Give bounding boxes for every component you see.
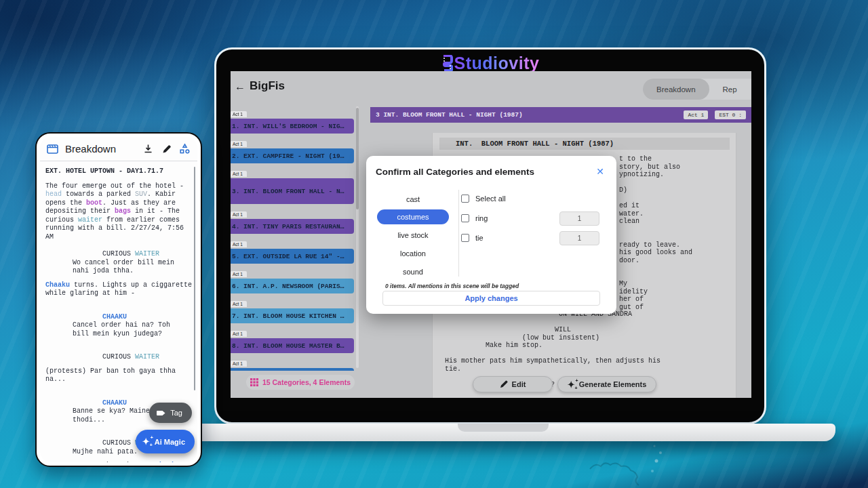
elements-hierarchy-icon[interactable] [179, 143, 191, 155]
categories-summary-label: 15 Categories, 4 Elements [262, 378, 351, 386]
act-badge: Act 1 [231, 331, 247, 337]
script-line: (protests) Par ban toh gaya thha na... [45, 367, 193, 384]
act-badge: Act 1 [231, 171, 247, 177]
scene-strip[interactable]: Act 16. INT. A.P. NEWSROOM (PARIS… [231, 266, 359, 293]
confirm-categories-modal: Confirm all Categories and elements ✕ ca… [366, 156, 616, 314]
script-line: EXT. HOTEL UPTOWN - DAY1.71.7 [45, 167, 193, 176]
scene-strip-label: 8. INT. BLOOM HOUSE MASTER B… [231, 338, 354, 353]
project-title: BigFis [250, 79, 285, 93]
category-costumes[interactable]: costumes [377, 209, 449, 224]
act-badge: Act 1 [231, 361, 247, 367]
category-location[interactable]: location [372, 244, 454, 262]
laptop-mockup: Studiovity ← BigFis BreakdownRep Act 11.… [214, 47, 766, 424]
element-label: tie [475, 234, 484, 242]
generate-elements-button[interactable]: ✦++ Generate Elements [557, 376, 656, 392]
tab-breakdown[interactable]: Breakdown [643, 79, 709, 100]
act-badge: Act 1 [231, 271, 247, 277]
modal-element-list: Select all ring1tie1 [461, 191, 610, 250]
modal-category-list: castcostumeslive stocklocationsound [372, 190, 454, 281]
phone-title: Breakdown [65, 143, 116, 155]
scene-strip[interactable]: Act 19. EXT. BLOOM BACK YARD - NI… [231, 356, 359, 371]
filmstrip-icon [441, 55, 453, 71]
close-icon[interactable]: ✕ [596, 166, 604, 177]
laptop-base [171, 424, 835, 441]
script-line: Cancel order hai na? Toh bill mein kyun … [45, 321, 193, 338]
script-line: CURIOUS WAITER [45, 250, 193, 259]
generate-button-label: Generate Elements [579, 380, 647, 388]
scene-strip[interactable]: Act 11. INT. WILL'S BEDROOM - NIG… [231, 106, 359, 134]
scene-header-bar: 3 INT. BLOOM FRONT HALL - NIGHT (1987) A… [370, 107, 751, 123]
tag-button-label: Tag [170, 409, 182, 417]
edit-button[interactable]: Edit [473, 376, 553, 392]
apply-changes-label: Apply changes [465, 294, 517, 302]
element-checkbox[interactable] [461, 214, 469, 222]
category-live-stock[interactable]: live stock [372, 226, 454, 244]
tab-rep[interactable]: Rep [709, 79, 751, 100]
scene-strip[interactable]: Act 13. INT. BLOOM FRONT HALL - N… [231, 166, 359, 204]
tag-button[interactable]: Tag [149, 403, 192, 423]
element-checkbox[interactable] [461, 234, 469, 242]
tagged-element: bags [115, 207, 131, 215]
scene-strip-label: 9. EXT. BLOOM BACK YARD - NI… [231, 368, 354, 371]
element-qty-input[interactable]: 1 [559, 231, 599, 245]
scene-header-badge: Act 1 [684, 110, 708, 119]
element-row-ring: ring1 [461, 211, 610, 226]
scene-strip[interactable]: Act 18. INT. BLOOM HOUSE MASTER B… [231, 326, 359, 353]
tagged-element: WAITER [135, 250, 159, 258]
act-badge: Act 1 [231, 301, 247, 307]
select-all-label: Select all [475, 195, 506, 203]
scene-strip[interactable]: Act 12. EXT. CAMPFIRE - NIGHT (19… [231, 136, 359, 163]
scene-strip-label: 1. INT. WILL'S BEDROOM - NIG… [231, 119, 354, 134]
scene-slugline: INT. BLOOM FRONT HALL - NIGHT (1987) [439, 138, 730, 150]
view-tabs: BreakdownRep [643, 79, 751, 100]
phone-screen: Breakdown EXT. HOTEL U [40, 137, 197, 462]
element-qty-input[interactable]: 1 [559, 211, 599, 226]
scene-strip-label: 4. INT. TINY PARIS RESTAURAN… [231, 219, 354, 234]
categories-summary-chip[interactable]: 15 Categories, 4 Elements [246, 375, 355, 390]
sparkle-icon: ✦++ [568, 380, 575, 389]
act-badge: Act 1 [231, 141, 247, 147]
ai-magic-label: Ai Magic [155, 438, 185, 446]
scene-strip-label: 3. INT. BLOOM FRONT HALL - N… [231, 178, 354, 204]
scene-strip[interactable]: Act 15. EXT. OUTSIDE LA RUE 14" -… [231, 237, 359, 264]
script-line: Wo cancel order bill mein nahi joda thha… [45, 259, 193, 276]
script-line: Aap manager se baat karo - Chaaku moves … [45, 462, 193, 462]
apply-changes-button[interactable]: Apply changes [382, 291, 600, 306]
select-all-row[interactable]: Select all [461, 191, 610, 206]
logo-text: Studiovity [454, 54, 540, 73]
phone-scrollbar[interactable] [194, 167, 195, 390]
grid-icon [250, 378, 258, 386]
script-line: The four emerge out of the hotel - head … [45, 182, 193, 242]
pencil-icon [500, 380, 508, 388]
scene-list-scrollbar[interactable] [356, 106, 359, 368]
script-line: Chaaku turns. Lights up a ciggarette whi… [45, 281, 193, 298]
script-right-fragments: t to the story, but also ypnotizing. D) … [619, 155, 692, 311]
sparkle-icon: ✦++ [142, 437, 150, 446]
scene-header-title: 3 INT. BLOOM FRONT HALL - NIGHT (1987) [376, 111, 678, 119]
tag-icon [156, 409, 165, 417]
download-icon[interactable] [142, 143, 154, 155]
scene-strip[interactable]: Act 17. INT. BLOOM HOUSE KITCHEN … [231, 296, 359, 323]
ai-magic-button[interactable]: ✦++ Ai Magic [136, 430, 195, 453]
act-badge: Act 1 [231, 241, 247, 247]
back-arrow-icon[interactable]: ← [235, 81, 245, 93]
category-sound[interactable]: sound [372, 262, 454, 281]
script-line: CHAAKU [45, 313, 193, 322]
scene-strip[interactable]: Act 14. INT. TINY PARIS RESTAURAN… [231, 207, 359, 234]
modal-divider [458, 190, 459, 277]
tagged-element: SUV [135, 190, 147, 198]
scene-strip-label: 2. EXT. CAMPFIRE - NIGHT (19… [231, 148, 354, 163]
tagged-element: head [45, 190, 62, 198]
tagged-element: manager [62, 462, 90, 462]
tagged-element: CHAAKU [102, 313, 127, 321]
scene-strip-label: 5. EXT. OUTSIDE LA RUE 14" -… [231, 249, 354, 264]
script-line: CURIOUS WAITER [45, 353, 193, 362]
category-cast[interactable]: cast [372, 190, 454, 208]
laptop-base-notch [458, 424, 549, 432]
scene-list: Act 11. INT. WILL'S BEDROOM - NIG…Act 12… [231, 105, 359, 371]
tagged-element: WAITER [135, 353, 159, 361]
select-all-checkbox[interactable] [461, 195, 469, 203]
edit-pencil-icon[interactable] [161, 143, 172, 155]
phone-mockup: Breakdown EXT. HOTEL U [35, 132, 202, 467]
tagged-element: waiter [78, 216, 102, 224]
